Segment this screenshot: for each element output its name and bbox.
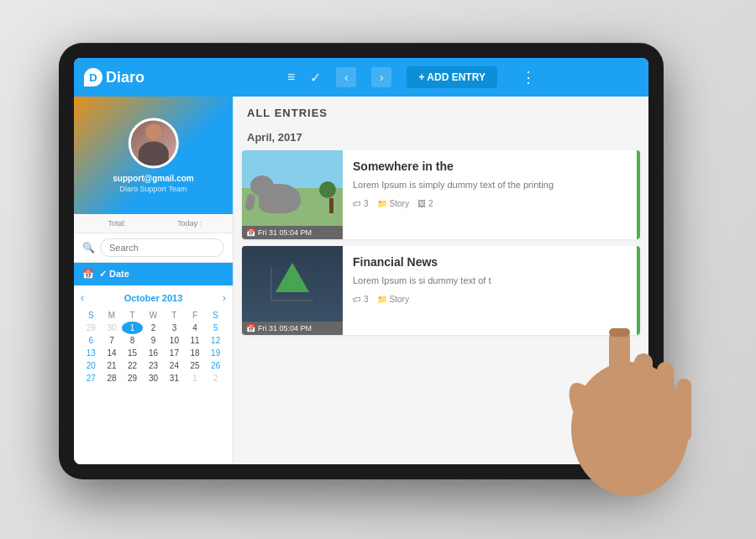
main-content: support@gmail.com Diaro Support Team Tot… [74,97,648,464]
photos-meta: 🖼 2 [417,199,433,208]
cal-day[interactable]: 18 [185,347,206,359]
entry-image-finance [242,246,343,322]
photo-icon: 🖼 [417,199,426,208]
tags-meta: 🏷 3 [353,295,369,304]
cal-day[interactable]: 7 [102,334,123,347]
tag-icon: 🏷 [353,199,361,208]
tags-count: 3 [364,295,369,304]
next-nav-button[interactable]: › [371,67,391,87]
entry-thumbnail: 📅 Fri 31 05:04 PM [242,150,343,239]
story-meta: 📁 Story [377,295,409,304]
search-input[interactable] [100,238,224,257]
avatar-person [137,120,171,166]
entries-panel: ALL ENTRIES April, 2017 [234,97,648,464]
more-options-icon[interactable]: ⋮ [521,68,536,86]
folder-icon: 📁 [377,199,387,208]
timestamp-text: Fri 31 05:04 PM [258,228,312,237]
entry-excerpt: Lorem Ipsum is simply dummy text of the … [353,178,630,192]
tags-count: 3 [364,199,369,208]
app-name: Diaro [106,69,144,86]
tablet-outer: Diaro ≡ ✓ ‹ › + ADD ENTRY ⋮ [59,43,664,479]
date-filter-button[interactable]: 📅 ✓ Date [74,263,233,285]
today-stat: Today : [154,219,227,228]
entry-timestamp: 📅 Fri 31 05:04 PM [242,322,343,335]
cal-weekday-thu: T [164,309,185,322]
app-logo-icon [84,68,102,86]
list-icon[interactable]: ≡ [287,70,295,85]
entry-body: Financial News Lorem Ipsum is si dummy t… [343,246,640,335]
cal-day[interactable]: 31 [164,372,185,385]
prev-nav-button[interactable]: ‹ [336,67,356,87]
cal-day[interactable]: 8 [122,334,143,347]
profile-email: support@gmail.com [113,174,193,183]
cal-day[interactable]: 28 [102,372,123,385]
cal-day[interactable]: 15 [122,347,143,359]
cal-day[interactable]: 5 [205,322,226,334]
date-group-label: April, 2017 [242,126,640,150]
cal-day[interactable]: 26 [205,359,226,372]
cal-day[interactable]: 30 [143,372,164,385]
cal-day[interactable]: 3 [164,322,185,334]
cal-day[interactable]: 4 [185,322,206,334]
elephant-body [259,184,301,213]
entries-content: April, 2017 [234,126,648,464]
tablet-screen: Diaro ≡ ✓ ‹ › + ADD ENTRY ⋮ [74,58,648,464]
elephant-trunk [244,193,255,211]
avatar-head [145,124,162,140]
cal-day[interactable]: 6 [81,334,102,347]
cal-day[interactable]: 2 [205,372,226,385]
cal-day[interactable]: 24 [164,359,185,372]
cal-day[interactable]: 2 [143,322,164,334]
cal-day[interactable]: 16 [143,347,164,359]
cal-day[interactable]: 9 [143,334,164,347]
check-icon[interactable]: ✓ [310,70,321,86]
cal-day[interactable]: 23 [143,359,164,372]
avatar-body [139,142,169,166]
total-label: Total: [81,219,154,228]
add-entry-button[interactable]: + ADD ENTRY [407,66,496,88]
calendar-icon: 📅 [82,269,94,280]
search-icon: 🔍 [82,242,95,254]
cal-day[interactable]: 12 [205,334,226,347]
cal-day[interactable]: 21 [102,359,123,372]
today-label: Today : [154,219,227,228]
cal-day[interactable]: 17 [164,347,185,359]
sidebar-stats: Total: Today : [74,214,233,233]
cal-weekday-sun: S [81,309,102,322]
cal-day[interactable]: 11 [185,334,206,347]
cal-day[interactable]: 30 [102,322,123,334]
cal-day[interactable]: 19 [205,347,226,359]
cal-weekday-wed: W [143,309,164,322]
entry-card[interactable]: 📅 Fri 31 05:04 PM Somewhere in the Lorem… [242,150,640,239]
entry-excerpt: Lorem Ipsum is si dummy text of t [353,274,630,288]
story-label: Story [390,295,409,304]
entries-header: ALL ENTRIES [234,97,648,126]
timestamp-text: Fri 31 05:04 PM [258,324,312,332]
photos-count: 2 [428,199,433,208]
cal-prev-button[interactable]: ‹ [81,292,84,304]
tag-icon: 🏷 [353,295,361,304]
cal-day[interactable]: 22 [122,359,143,372]
cal-day[interactable]: 14 [102,347,123,359]
entry-title: Somewhere in the [353,159,630,174]
cal-day[interactable]: 29 [122,372,143,385]
prev-arrow-icon: ‹ [344,71,349,84]
cal-next-button[interactable]: › [223,292,226,304]
cal-day[interactable]: 13 [81,347,102,359]
cal-day[interactable]: 20 [81,359,102,372]
story-meta: 📁 Story [377,199,409,208]
elephant-scene [242,150,343,226]
svg-rect-7 [677,379,691,442]
cal-day[interactable]: 29 [81,322,102,334]
entry-thumbnail: 📅 Fri 31 05:04 PM [242,246,343,335]
cal-day[interactable]: 27 [81,372,102,385]
cal-weekday-sat: S [205,309,226,322]
chart-svg [267,259,318,309]
entry-card[interactable]: 📅 Fri 31 05:04 PM Financial News Lorem I… [242,246,640,335]
calendar-container: ‹ October 2013 › S M T [74,285,233,464]
calendar-grid: S M T W T F S [81,309,226,385]
cal-day-today[interactable]: 1 [122,322,143,334]
cal-day[interactable]: 1 [185,372,206,385]
cal-day[interactable]: 10 [164,334,185,347]
cal-day[interactable]: 25 [185,359,206,372]
